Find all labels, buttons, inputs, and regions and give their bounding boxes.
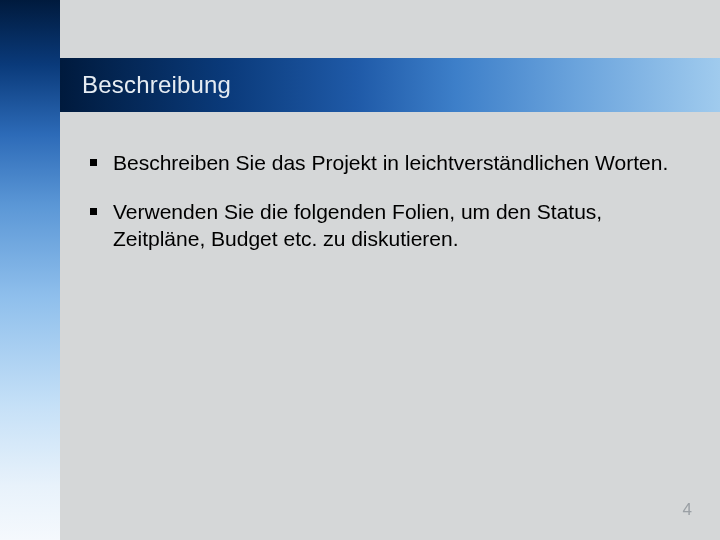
side-gradient-bar — [0, 0, 60, 540]
list-item: Verwenden Sie die folgenden Folien, um d… — [90, 199, 680, 253]
list-item: Beschreiben Sie das Projekt in leichtver… — [90, 150, 680, 177]
bullet-text: Beschreiben Sie das Projekt in leichtver… — [113, 150, 668, 177]
slide-title: Beschreibung — [82, 71, 231, 99]
page-number: 4 — [683, 500, 692, 520]
bullet-text: Verwenden Sie die folgenden Folien, um d… — [113, 199, 680, 253]
title-bar: Beschreibung — [60, 58, 720, 112]
content-area: Beschreiben Sie das Projekt in leichtver… — [90, 150, 680, 275]
bullet-icon — [90, 159, 97, 166]
bullet-icon — [90, 208, 97, 215]
